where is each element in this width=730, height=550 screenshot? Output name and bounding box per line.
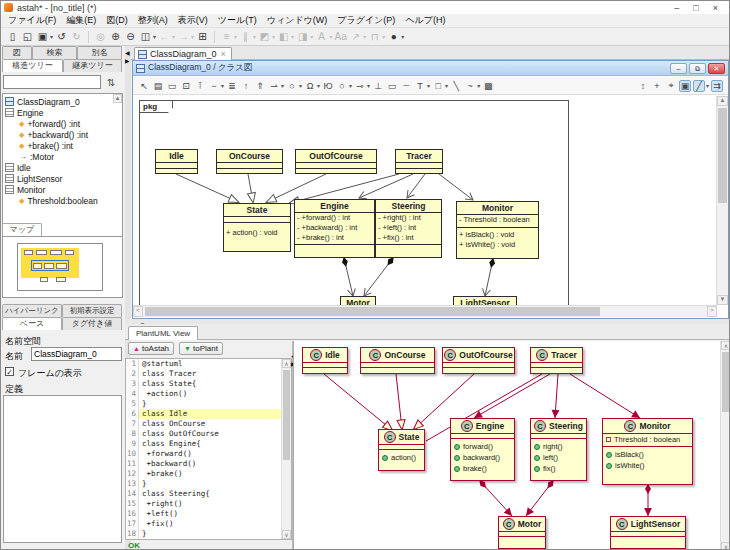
minimize-button[interactable]: –: [674, 3, 679, 13]
canvas-vscroll[interactable]: ▲ ▼: [716, 96, 728, 305]
tab-plantuml-view[interactable]: PlantUML View: [128, 326, 198, 340]
connector-tool-icon[interactable]: ⊸: [354, 81, 366, 91]
code-vscroll-down[interactable]: ∨: [282, 530, 291, 539]
menu-file[interactable]: ファイル(F): [3, 14, 61, 27]
class-tracer[interactable]: Tracer: [395, 149, 443, 174]
select-tool-icon[interactable]: ↖: [138, 81, 150, 91]
maximize-button[interactable]: □: [693, 3, 698, 13]
tree-item-monitor[interactable]: Monitor: [5, 184, 122, 195]
class-outofcourse[interactable]: OutOfCourse: [295, 149, 377, 174]
class-tool-icon[interactable]: ▤: [152, 81, 164, 91]
association-tool-icon[interactable]: −: [208, 81, 220, 91]
name-input[interactable]: [31, 347, 122, 361]
rect-dropdown-icon[interactable]: ▾: [445, 82, 448, 89]
preview-vscroll[interactable]: ∧ ∨: [720, 341, 730, 550]
tab-alias[interactable]: 別名: [77, 46, 122, 59]
association-dropdown-icon[interactable]: ▾: [221, 82, 224, 89]
align-center-icon[interactable]: +: [651, 81, 663, 91]
diagram-restore-button[interactable]: ⧉: [689, 63, 706, 74]
tree-item-brake[interactable]: ◆+brake() :int: [5, 140, 122, 151]
tab-tagged-value[interactable]: タグ付き値: [62, 317, 122, 330]
tab-search[interactable]: 検索: [32, 46, 77, 59]
code-vscroll[interactable]: ∧ ∨: [281, 359, 291, 539]
collapse-right-icon[interactable]: ▶: [125, 58, 130, 64]
puml-class-state[interactable]: CState action(): [378, 429, 425, 471]
preview-vscroll-up[interactable]: ∧: [721, 341, 730, 350]
frame-visible-checkbox[interactable]: [5, 367, 14, 376]
text-dropdown-icon[interactable]: ▾: [427, 82, 430, 89]
close-button[interactable]: ×: [713, 3, 718, 13]
puml-class-steering[interactable]: CSteering right() left() fix(): [530, 418, 587, 481]
menu-diagram[interactable]: 図(D): [101, 14, 133, 27]
instance-dropdown-icon[interactable]: ▾: [299, 82, 302, 89]
tree-item-backward[interactable]: ◆+backward() :int: [5, 129, 122, 140]
zoom-fit-dropdown-icon[interactable]: ▾: [153, 33, 156, 40]
lollipop-tool-icon[interactable]: Ю: [322, 81, 334, 91]
class-idle[interactable]: Idle: [155, 149, 198, 174]
tab-diagram[interactable]: 図: [2, 46, 32, 59]
zoom-in-icon[interactable]: ⊕: [109, 31, 122, 42]
canvas-vscroll-down[interactable]: ▼: [717, 295, 728, 305]
curve-dropdown-icon[interactable]: ▾: [477, 82, 480, 89]
template-dropdown-icon[interactable]: ▾: [317, 82, 320, 89]
dependency-dropdown-icon[interactable]: ▾: [281, 82, 284, 89]
generalization-tool-icon[interactable]: ↑: [240, 81, 252, 91]
class-steering[interactable]: Steering - +right() : int - +left() : in…: [375, 199, 442, 258]
menu-window[interactable]: ウィンドウ(W): [262, 14, 333, 27]
class-state[interactable]: State + action() : void: [223, 203, 291, 252]
arrange-icon[interactable]: ⇉: [711, 80, 723, 92]
menu-help[interactable]: ヘルプ(H): [400, 14, 450, 27]
diagram-close-button[interactable]: ✕: [708, 63, 725, 74]
canvas-hscroll[interactable]: < >: [133, 305, 717, 317]
tree-item-classdiagram[interactable]: ClassDiagram_0: [5, 96, 122, 107]
package-tool-icon[interactable]: ▭: [166, 81, 178, 91]
tab-hyperlink[interactable]: ハイパーリンク: [2, 304, 62, 317]
note-line-tool-icon[interactable]: ┄: [400, 81, 412, 91]
menu-align[interactable]: 整列(A): [133, 14, 173, 27]
instance-tool-icon[interactable]: ○: [286, 81, 298, 91]
tree-item-motor-assoc[interactable]: →:Motor: [5, 151, 122, 162]
tab-initial-display[interactable]: 初期表示設定: [62, 304, 122, 317]
minimap[interactable]: [2, 236, 123, 298]
text-tool-icon[interactable]: T: [414, 81, 426, 91]
subsystem-tool-icon[interactable]: ⊡: [180, 81, 192, 91]
code-vscroll-up[interactable]: ∧: [282, 359, 291, 368]
canvas-hscroll-left[interactable]: <: [133, 306, 143, 317]
save-dropdown-icon[interactable]: ▾: [50, 33, 53, 40]
class-motor[interactable]: Motor: [340, 296, 376, 305]
menu-view[interactable]: 表示(V): [173, 14, 213, 27]
document-tab-close-icon[interactable]: ×: [221, 49, 226, 59]
line-tool-icon[interactable]: ╲: [450, 81, 462, 91]
definition-textarea[interactable]: [3, 395, 122, 543]
tree-item-forward[interactable]: ◆+forward() :int: [5, 118, 122, 129]
canvas-vscroll-up[interactable]: ▲: [717, 96, 728, 106]
auto-create-icon[interactable]: ▣: [679, 80, 691, 92]
canvas-hscroll-right[interactable]: >: [707, 306, 717, 317]
note-tool-icon[interactable]: ▭: [386, 81, 398, 91]
class-lightsensor[interactable]: LightSensor: [453, 296, 517, 305]
open-icon[interactable]: ◱: [21, 31, 34, 42]
image-tool-icon[interactable]: ▩: [482, 81, 494, 91]
plantuml-code-editor[interactable]: 1@startuml 2class Tracer 3class State{ 4…: [125, 358, 292, 540]
to-astah-button[interactable]: ▲ toAstah: [128, 342, 174, 355]
tab-map[interactable]: マップ: [2, 223, 42, 236]
puml-class-motor[interactable]: CMotor: [498, 516, 546, 549]
menu-edit[interactable]: 編集(E): [61, 14, 101, 27]
anchor-tool-icon[interactable]: ⊥: [372, 81, 384, 91]
collapse-left-icon[interactable]: ◀: [125, 50, 130, 56]
pin-tool-icon[interactable]: ⊺: [194, 81, 206, 91]
new-file-icon[interactable]: ▯: [6, 31, 19, 42]
interface-tool-icon[interactable]: ○: [336, 81, 348, 91]
tree-filter-input[interactable]: [3, 75, 101, 89]
tree-item-threshold[interactable]: ◆Threshold:boolean: [5, 195, 122, 206]
puml-class-oncourse[interactable]: COnCourse: [360, 347, 435, 374]
connector-dropdown-icon[interactable]: ▾: [367, 82, 370, 89]
tab-structure-tree[interactable]: 構造ツリー: [2, 59, 63, 72]
tree-item-engine[interactable]: Engine: [5, 107, 122, 118]
zoom-fit-icon[interactable]: ◫: [139, 31, 152, 42]
document-tab-classdiagram[interactable]: ClassDiagram_0 ×: [134, 47, 232, 60]
puml-class-lightsensor[interactable]: CLightSensor: [610, 516, 686, 549]
to-plant-button[interactable]: ▼ toPlant: [179, 342, 223, 355]
sync-tree-icon[interactable]: ⇅: [107, 77, 115, 88]
stereotype-visibility-icon[interactable]: ●: [387, 31, 400, 42]
